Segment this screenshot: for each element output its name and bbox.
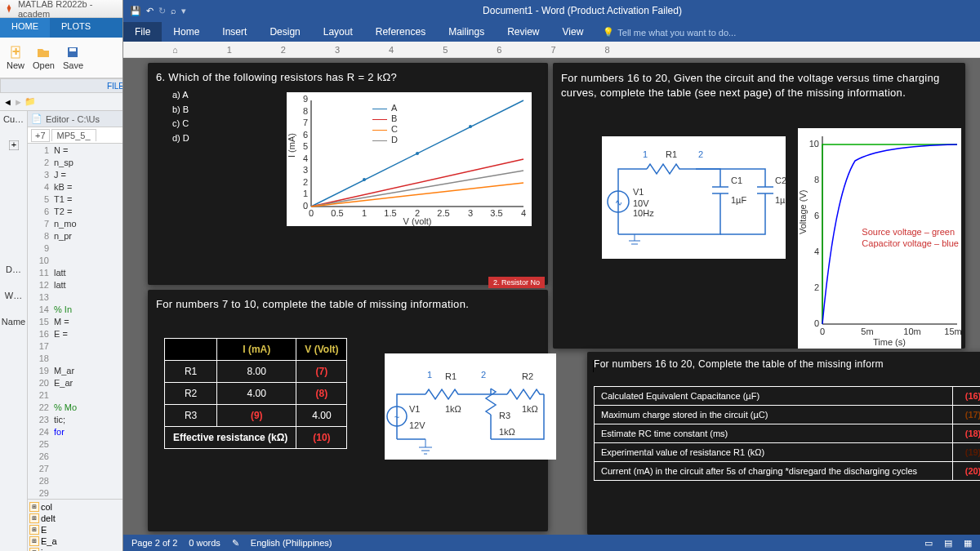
web-layout-icon[interactable]: ▦: [964, 538, 972, 549]
ruler[interactable]: ⌂ 12345678: [123, 42, 980, 58]
word-statusbar: Page 2 of 2 0 words ✎ English (Philippin…: [123, 535, 980, 551]
badge: 2. Resistor No: [488, 277, 545, 288]
matlab-title-text: MATLAB R2022b - academ: [18, 0, 127, 19]
workspace-vars: ⊞col ⊞delt ⊞E ⊞E_a ⊞i ⊞J ⊞kB ⊞kB_ ⊞kB_ ⊞…: [28, 499, 130, 551]
svg-text:0: 0: [303, 201, 308, 211]
ws-item[interactable]: ⊞E: [29, 524, 128, 535]
svg-text:1: 1: [643, 149, 648, 159]
ws-item[interactable]: ⊞E_a: [29, 535, 128, 547]
svg-text:3: 3: [303, 165, 308, 175]
svg-text:8: 8: [303, 106, 308, 116]
lightbulb-icon: 💡: [603, 27, 614, 38]
word-title-text: Document1 - Word (Product Activation Fai…: [191, 5, 973, 16]
tab-review[interactable]: Review: [496, 22, 550, 42]
svg-text:V1: V1: [633, 187, 644, 197]
qat-search-icon[interactable]: ⌕: [171, 6, 176, 16]
editor-tab-num[interactable]: +7: [31, 129, 50, 142]
slide-q16a: For numbers 16 to 20, Given the circuit …: [553, 63, 965, 349]
q6-chart: A B C D 00.511.522.533.54 V (volt) 01234…: [287, 92, 532, 226]
save-button[interactable]: Save: [63, 46, 83, 70]
page-area[interactable]: 6. Which of the following resistors has …: [123, 58, 980, 535]
svg-rect-18: [372, 119, 387, 120]
word-count[interactable]: 0 words: [189, 538, 220, 548]
ws-item[interactable]: ⊞col: [29, 501, 128, 513]
svg-text:R1: R1: [445, 371, 457, 381]
svg-text:Voltage (V): Voltage (V): [798, 190, 808, 234]
fwd-icon[interactable]: ►: [14, 97, 23, 107]
svg-text:2: 2: [814, 282, 819, 292]
svg-rect-20: [372, 130, 387, 131]
side-cu[interactable]: Cu…: [3, 114, 24, 124]
svg-text:12V: 12V: [409, 420, 425, 430]
side-w[interactable]: W…: [5, 291, 22, 300]
tab-home[interactable]: HOME: [0, 18, 50, 38]
q6-title: 6. Which of the following resistors has …: [156, 71, 540, 83]
svg-text:1: 1: [427, 370, 432, 380]
tab-view[interactable]: View: [551, 22, 595, 42]
svg-text:5: 5: [303, 141, 308, 151]
new-button[interactable]: ✚ New: [7, 46, 24, 70]
undo-icon[interactable]: ↶: [146, 6, 154, 16]
svg-text:6: 6: [814, 211, 819, 220]
svg-text:R2: R2: [522, 371, 533, 381]
tell-me-field[interactable]: 💡 Tell me what you want to do...: [595, 23, 744, 42]
svg-text:10: 10: [809, 139, 819, 149]
svg-text:C: C: [391, 124, 398, 134]
svg-text:2: 2: [303, 177, 308, 187]
svg-text:2: 2: [481, 370, 486, 380]
svg-text:1kΩ: 1kΩ: [522, 404, 538, 414]
svg-point-14: [416, 152, 419, 155]
svg-text:0.5: 0.5: [331, 208, 343, 218]
svg-rect-22: [372, 140, 387, 141]
ws-item[interactable]: ⊞i: [29, 547, 128, 551]
tab-references[interactable]: References: [364, 22, 437, 42]
svg-rect-16: [372, 109, 387, 109]
spellcheck-icon[interactable]: ✎: [232, 538, 239, 549]
side-name: Name: [2, 317, 25, 327]
open-button[interactable]: Open: [33, 46, 55, 70]
side-d[interactable]: D…: [6, 264, 21, 274]
svg-text:4: 4: [521, 208, 526, 218]
ws-item[interactable]: ⊞delt: [29, 513, 128, 524]
code-lines[interactable]: 1N = 2n_sp 3J = 4kB = 5T1 = 6T2 = 7n_mo …: [28, 144, 130, 499]
tab-mailings[interactable]: Mailings: [437, 22, 496, 42]
svg-text:~: ~: [394, 412, 399, 422]
language[interactable]: English (Philippines): [251, 538, 332, 548]
save-icon[interactable]: 💾: [130, 6, 141, 16]
folder-icon[interactable]: 📁: [24, 96, 36, 107]
svg-text:1: 1: [303, 189, 308, 198]
svg-rect-6: [287, 92, 532, 226]
matlab-logo-icon: [3, 3, 15, 15]
editor-tab[interactable]: MP5_5_: [51, 129, 96, 141]
read-mode-icon[interactable]: ▭: [924, 538, 933, 549]
editor-panel: 📄Editor - C:\Us +7 MP5_5_ 1N = 2n_sp 3J …: [28, 111, 130, 551]
svg-text:+: +: [11, 140, 16, 149]
page-number[interactable]: Page 2 of 2: [131, 538, 177, 548]
editor-tabs: +7 MP5_5_: [28, 127, 130, 144]
file-section-header: FILE: [0, 78, 130, 93]
svg-text:2.5: 2.5: [437, 208, 449, 218]
svg-text:4: 4: [303, 153, 308, 163]
svg-text:7: 7: [303, 118, 308, 127]
tab-layout[interactable]: Layout: [312, 22, 364, 42]
expand-icon[interactable]: +: [9, 140, 19, 150]
tab-design[interactable]: Design: [258, 22, 311, 42]
print-layout-icon[interactable]: ▤: [944, 538, 952, 549]
tab-file[interactable]: File: [123, 22, 162, 42]
back-icon[interactable]: ◄: [3, 97, 12, 107]
svg-text:V (volt): V (volt): [403, 216, 432, 226]
svg-text:V1: V1: [409, 404, 420, 414]
tab-home[interactable]: Home: [162, 22, 211, 42]
svg-text:R1: R1: [666, 149, 677, 159]
tab-insert[interactable]: Insert: [211, 22, 258, 42]
slide-q16b: For numbers 16 to 20, Complete the table…: [587, 352, 980, 535]
svg-point-15: [469, 125, 472, 128]
q16a-title: For numbers 16 to 20, Given the circuit …: [561, 71, 957, 100]
redo-icon[interactable]: ↻: [158, 6, 166, 16]
text-cursor: [593, 360, 594, 372]
svg-text:4: 4: [814, 247, 819, 256]
svg-text:3: 3: [468, 208, 473, 218]
svg-text:1kΩ: 1kΩ: [445, 404, 461, 414]
svg-text:8: 8: [814, 175, 819, 184]
tab-plots[interactable]: PLOTS: [50, 18, 102, 38]
